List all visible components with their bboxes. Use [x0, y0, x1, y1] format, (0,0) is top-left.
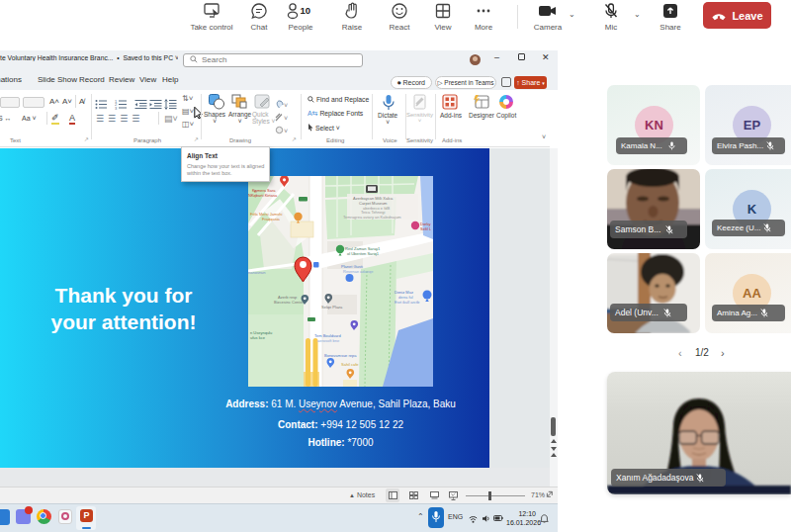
- svg-text:aerosoft bne: aerosoft bne: [317, 338, 340, 343]
- svg-text:˅: ˅: [284, 128, 288, 134]
- svg-text:Temragrea aviary an Kalednajum: Temragrea aviary an Kalednajum: [343, 215, 401, 220]
- svg-text:Revenae adaeqe: Revenae adaeqe: [343, 269, 374, 274]
- svg-text:Bonovamsue repa: Bonovamsue repa: [324, 353, 357, 358]
- svg-text:10: 10: [301, 5, 311, 16]
- svg-text:NKqbarti Kirtasa: NKqbarti Kirtasa: [248, 193, 278, 198]
- svg-text:Fraqqasia: Fraqqasia: [262, 217, 281, 222]
- svg-text:Esrt ikull arctb: Esrt ikull arctb: [395, 300, 420, 305]
- svg-text:3: 3: [115, 106, 118, 111]
- svg-text:ufus kce: ufus kce: [250, 335, 266, 340]
- svg-text:Selqe Plaza: Selqe Plaza: [321, 305, 343, 310]
- svg-text:Sahil cafe: Sahil cafe: [341, 362, 359, 367]
- svg-text:Seltl L: Seltl L: [420, 226, 432, 231]
- svg-text:Bizcesinc Center: Bizcesinc Center: [274, 300, 305, 305]
- svg-text:ol Uberiten Sariq1: ol Uberiten Sariq1: [347, 251, 380, 256]
- svg-text:nanovnun: nanovnun: [248, 270, 266, 275]
